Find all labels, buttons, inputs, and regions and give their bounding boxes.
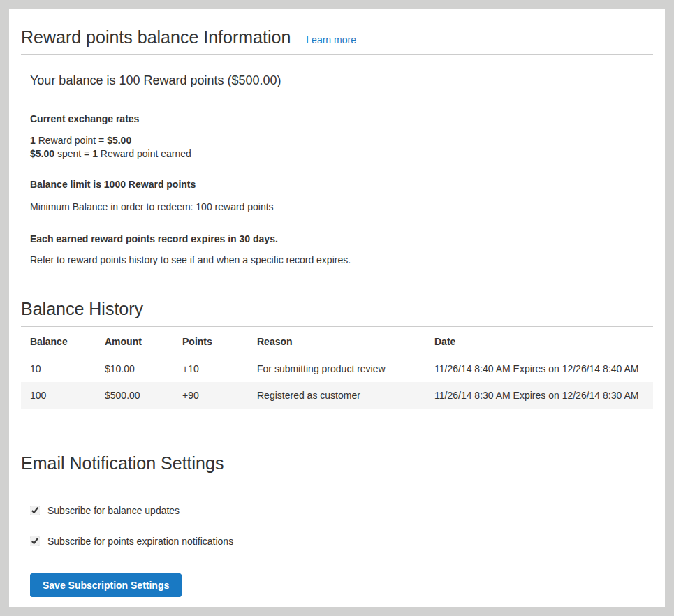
rate1-text: Reward point = — [36, 135, 107, 146]
rate1-points: 1 — [30, 135, 36, 146]
email-notification-title: Email Notification Settings — [21, 452, 653, 474]
subscribe-balance-updates-checkbox[interactable] — [30, 506, 40, 515]
col-header-amount: Amount — [96, 327, 173, 355]
rate2-tail: Reward point earned — [98, 148, 191, 159]
expiration-note: Refer to reward points history to see if… — [30, 254, 644, 265]
cell-balance: 10 — [21, 355, 96, 383]
col-header-balance: Balance — [21, 327, 96, 355]
expiration-rule: Each earned reward points record expires… — [30, 233, 644, 244]
balance-message: Your balance is 100 Reward points ($500.… — [30, 73, 644, 88]
rate2-amount: $5.00 — [30, 148, 54, 159]
subscribe-balance-updates-row: Subscribe for balance updates — [30, 505, 653, 516]
rate2-text: spent = — [54, 148, 92, 159]
save-subscription-settings-button[interactable]: Save Subscription Settings — [30, 573, 182, 597]
cell-balance: 100 — [21, 382, 96, 409]
email-divider — [21, 481, 653, 481]
col-header-points: Points — [173, 327, 248, 355]
subscribe-expiration-label[interactable]: Subscribe for points expiration notifica… — [47, 536, 233, 547]
table-row: 10 $10.00 +10 For submitting product rev… — [21, 355, 653, 383]
cell-amount: $500.00 — [96, 382, 173, 409]
balance-history-table: Balance Amount Points Reason Date 10 $10… — [21, 327, 653, 409]
table-header-row: Balance Amount Points Reason Date — [21, 327, 653, 355]
col-header-reason: Reason — [248, 327, 425, 355]
subscribe-expiration-row: Subscribe for points expiration notifica… — [30, 536, 653, 547]
subscribe-expiration-checkbox[interactable] — [30, 536, 40, 546]
rate1-amount: $5.00 — [107, 135, 131, 146]
cell-points: +90 — [173, 382, 248, 409]
col-header-date: Date — [425, 327, 653, 355]
cell-points: +10 — [173, 355, 248, 383]
cell-reason: For submitting product review — [248, 355, 425, 383]
rate2-points: 1 — [92, 148, 98, 159]
learn-more-link[interactable]: Learn more — [306, 34, 356, 45]
cell-reason: Registered as customer — [248, 382, 425, 409]
page-title: Reward points balance Information — [21, 26, 291, 48]
exchange-rates-heading: Current exchange rates — [30, 113, 644, 124]
balance-history-title: Balance History — [21, 298, 653, 320]
table-row: 100 $500.00 +90 Registered as customer 1… — [21, 382, 653, 409]
cell-amount: $10.00 — [96, 355, 173, 383]
cell-date: 11/26/14 8:40 AM Expires on 12/26/14 8:4… — [425, 355, 653, 383]
exchange-rates: 1 Reward point = $5.00$5.00 spent = 1 Re… — [30, 134, 644, 161]
minimum-balance: Minimum Balance in order to redeem: 100 … — [30, 201, 644, 212]
subscribe-balance-updates-label[interactable]: Subscribe for balance updates — [47, 505, 180, 516]
page-header: Reward points balance Information Learn … — [21, 26, 653, 48]
reward-points-panel: Reward points balance Information Learn … — [9, 9, 665, 607]
cell-date: 11/26/14 8:30 AM Expires on 12/26/14 8:3… — [425, 382, 653, 409]
header-divider — [21, 54, 653, 55]
balance-limit: Balance limit is 1000 Reward points — [30, 179, 644, 190]
